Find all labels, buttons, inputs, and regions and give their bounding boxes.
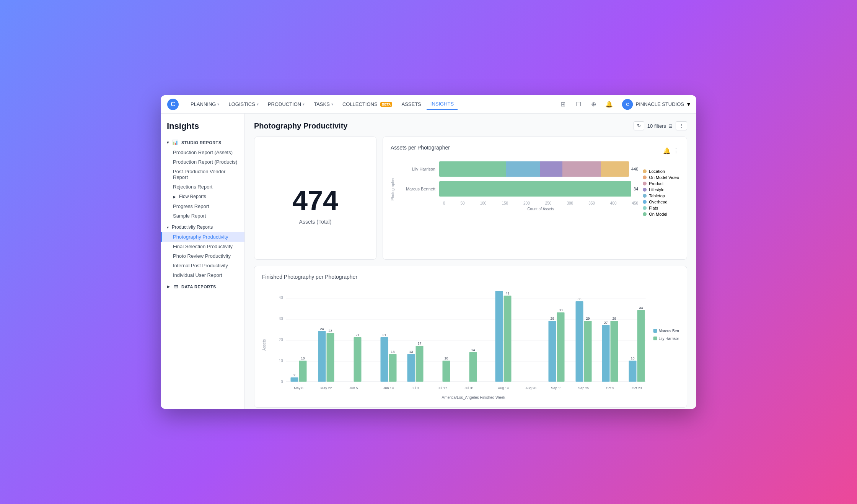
svg-text:May 8: May 8 bbox=[294, 386, 303, 390]
sidebar-productivity-header[interactable]: ▾ Productivity Reports bbox=[161, 222, 244, 232]
segment-marcus-on-model bbox=[439, 181, 631, 197]
sidebar-data-reports-header[interactable]: ▶ 🗃 DATA REPORTS bbox=[161, 281, 244, 292]
chart1-content: Photographer Lily Harrison bbox=[391, 161, 679, 216]
grid-icon-btn[interactable]: ⊞ bbox=[558, 99, 569, 110]
sidebar-item-progress[interactable]: Progress Report bbox=[161, 202, 244, 211]
svg-text:14: 14 bbox=[471, 348, 475, 352]
more-options-button[interactable]: ⋮ bbox=[676, 121, 687, 130]
chart2-svg: 0 10 20 30 40 2 10 bbox=[268, 291, 679, 398]
legend-dot-overhead bbox=[643, 200, 647, 204]
app-window: C PLANNING ▾ LOGISTICS ▾ PRODUCTION ▾ TA… bbox=[161, 95, 696, 409]
svg-text:33: 33 bbox=[559, 308, 562, 312]
segment-lifestyle bbox=[562, 161, 600, 177]
assets-total-label: Assets (Total) bbox=[299, 219, 332, 225]
svg-text:Jun 5: Jun 5 bbox=[349, 386, 358, 390]
inbox-icon-btn[interactable]: ☐ bbox=[573, 99, 584, 110]
sidebar-item-internal-post[interactable]: Internal Post Productivity bbox=[161, 261, 244, 270]
svg-text:10: 10 bbox=[301, 356, 305, 360]
app-logo[interactable]: C bbox=[167, 98, 179, 111]
sidebar-section-data-reports: ▶ 🗃 DATA REPORTS bbox=[161, 281, 244, 292]
bar-lily-jun5 bbox=[354, 337, 362, 382]
filters-button[interactable]: 10 filters ⊟ bbox=[647, 123, 673, 129]
svg-text:2: 2 bbox=[293, 373, 295, 377]
sidebar-flow-reports[interactable]: ▶ Flow Reports bbox=[161, 192, 244, 202]
sidebar-item-final-selection[interactable]: Final Selection Productivity bbox=[161, 242, 244, 251]
sidebar-section-productivity: ▾ Productivity Reports Photography Produ… bbox=[161, 222, 244, 280]
bar-marcus-sep25 bbox=[576, 301, 583, 382]
svg-text:30: 30 bbox=[279, 317, 283, 321]
bar-lily-aug14 bbox=[504, 296, 512, 382]
bar-value-marcus: 34 bbox=[634, 187, 638, 191]
sidebar-section-studio-header[interactable]: ▾ 📊 STUDIO REPORTS bbox=[161, 137, 244, 148]
bar-lily-sep11 bbox=[557, 312, 565, 382]
nav-planning[interactable]: PLANNING ▾ bbox=[187, 99, 223, 109]
nav-collections[interactable]: COLLECTIONS BETA bbox=[339, 99, 396, 109]
svg-text:C: C bbox=[626, 102, 629, 107]
total-assets-display: 474 Assets (Total) bbox=[262, 145, 368, 252]
sidebar-item-rejections[interactable]: Rejections Report bbox=[161, 182, 244, 192]
legend-on-model-video: On Model Video bbox=[643, 175, 679, 180]
bell-icon[interactable]: 🔔 bbox=[663, 147, 671, 154]
svg-text:29: 29 bbox=[586, 317, 590, 320]
bell-icon-btn[interactable]: 🔔 bbox=[604, 99, 614, 110]
svg-text:17: 17 bbox=[417, 341, 421, 345]
page-title: Photography Productivity bbox=[254, 122, 347, 130]
filter-icon: ⊟ bbox=[668, 123, 673, 129]
svg-text:Oct 9: Oct 9 bbox=[606, 386, 614, 390]
nav-right: ⊞ ☐ ⊕ 🔔 C PINNACLE STUDIOS ▾ bbox=[558, 99, 690, 110]
bar-marcus-oct9 bbox=[602, 325, 610, 382]
svg-text:Marcus Bennett: Marcus Bennett bbox=[659, 329, 679, 333]
chevron-down-icon: ▾ bbox=[167, 140, 169, 145]
sidebar-item-production-products[interactable]: Production Report (Products) bbox=[161, 157, 244, 167]
chart2-title: Finished Photography per Photographer bbox=[262, 274, 357, 280]
user-section[interactable]: C PINNACLE STUDIOS ▾ bbox=[622, 99, 690, 110]
segment-on-model bbox=[439, 161, 506, 177]
globe-icon-btn[interactable]: ⊕ bbox=[588, 99, 599, 110]
svg-rect-49 bbox=[653, 329, 657, 333]
filters-label: 10 filters bbox=[647, 123, 666, 129]
nav-assets[interactable]: ASSETS bbox=[398, 99, 425, 109]
bar-lily-oct23 bbox=[637, 310, 645, 382]
bar-track-lily bbox=[439, 161, 629, 177]
nav-insights[interactable]: INSIGHTS bbox=[427, 99, 458, 110]
chevron-icon: ▾ bbox=[257, 102, 259, 106]
svg-text:13: 13 bbox=[391, 350, 394, 354]
svg-text:23: 23 bbox=[328, 329, 332, 333]
bar-marcus-oct23 bbox=[629, 361, 637, 382]
chart1-legend: Location On Model Video Product bbox=[643, 161, 679, 216]
more-icon[interactable]: ⋮ bbox=[673, 147, 679, 154]
bar-lily-oct9 bbox=[611, 321, 618, 382]
svg-text:13: 13 bbox=[409, 350, 413, 354]
sidebar-item-production-assets[interactable]: Production Report (Assets) bbox=[161, 148, 244, 157]
bar-row-lily: Lily Harrison 440 bbox=[401, 161, 638, 177]
sidebar-item-individual-user[interactable]: Individual User Report bbox=[161, 270, 244, 280]
nav-items: PLANNING ▾ LOGISTICS ▾ PRODUCTION ▾ TASK… bbox=[187, 99, 558, 110]
legend-dot-on-model-video bbox=[643, 176, 647, 179]
chart2-header: Finished Photography per Photographer bbox=[262, 274, 679, 286]
legend-on-model: On Model bbox=[643, 212, 679, 216]
nav-tasks[interactable]: TASKS ▾ bbox=[310, 99, 337, 109]
svg-text:Jul 17: Jul 17 bbox=[438, 386, 447, 390]
sidebar-item-photo-review[interactable]: Photo Review Productivity bbox=[161, 251, 244, 261]
sidebar-section-studio-reports: ▾ 📊 STUDIO REPORTS Production Report (As… bbox=[161, 137, 244, 221]
nav-logistics[interactable]: LOGISTICS ▾ bbox=[225, 99, 262, 109]
nav-production[interactable]: PRODUCTION ▾ bbox=[264, 99, 308, 109]
header-actions: ↻ 10 filters ⊟ ⋮ bbox=[634, 121, 687, 130]
svg-text:29: 29 bbox=[550, 317, 554, 320]
bar-marcus-may22 bbox=[318, 331, 326, 382]
svg-text:41: 41 bbox=[505, 291, 509, 295]
sidebar-item-sample[interactable]: Sample Report bbox=[161, 211, 244, 221]
svg-text:21: 21 bbox=[355, 333, 359, 337]
sidebar-item-post-production-vendor[interactable]: Post-Production Vendor Report bbox=[161, 167, 244, 182]
sidebar-item-photography-productivity[interactable]: Photography Productivity bbox=[161, 232, 244, 242]
legend-flats: Flats bbox=[643, 206, 679, 210]
chart1-y-axis-label: Photographer bbox=[391, 177, 395, 201]
refresh-button[interactable]: ↻ bbox=[634, 121, 644, 130]
bar-marcus-may8 bbox=[291, 377, 298, 382]
legend-dot-flats bbox=[643, 206, 647, 210]
chevron-right-icon: ▶ bbox=[173, 195, 176, 199]
svg-text:Aug 28: Aug 28 bbox=[525, 386, 536, 390]
content-area: Photography Productivity ↻ 10 filters ⊟ … bbox=[245, 114, 696, 409]
svg-text:May 22: May 22 bbox=[321, 386, 332, 390]
svg-text:27: 27 bbox=[604, 321, 608, 325]
